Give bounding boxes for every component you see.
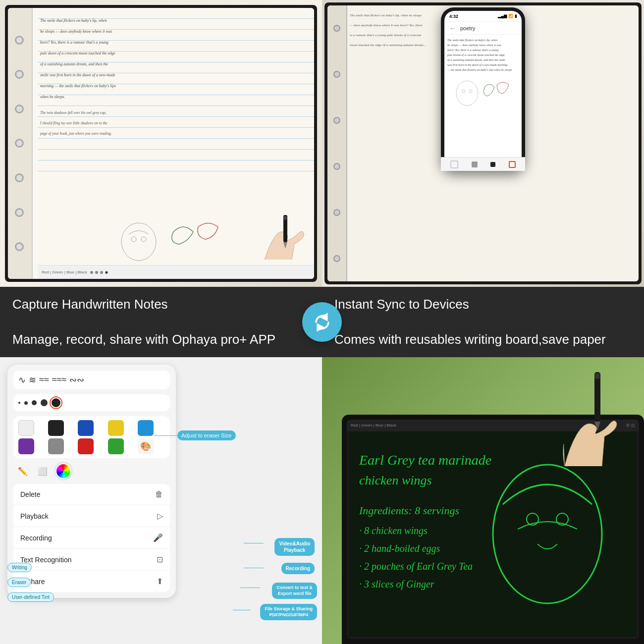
brush-strokes-row: ∿ ≋ ≈≈ ≈≈≈ ∾∾ xyxy=(13,371,170,389)
svg-text:· 3 slices of Ginger: · 3 slices of Ginger xyxy=(359,579,434,590)
signal-icon: ▂▄▆ xyxy=(498,14,507,18)
color-green[interactable] xyxy=(108,438,124,454)
color-blue-dark[interactable] xyxy=(78,420,94,436)
color-black[interactable] xyxy=(48,420,64,436)
brush-1[interactable]: ∿ xyxy=(18,375,26,385)
eraser-callout-line xyxy=(154,435,177,436)
svg-point-1 xyxy=(131,237,136,242)
phone-note-content: The smile that flickers on baby's lip, w… xyxy=(444,35,522,75)
color-grid: 🎨 xyxy=(13,416,170,458)
handwriting-content: The smile that flickers on baby's lip, w… xyxy=(40,15,309,139)
bg-spine xyxy=(327,5,347,281)
svg-point-7 xyxy=(462,90,465,93)
pen-hand-illustration xyxy=(245,210,309,262)
status-bar: 4:32 ▂▄▆ 📶 ▮ xyxy=(444,11,522,22)
size-dot-4[interactable] xyxy=(41,399,48,406)
size-dot-2[interactable] xyxy=(24,401,28,405)
user-tint-callout: User-defined Tint xyxy=(7,592,54,602)
time-display: 4:32 xyxy=(449,14,458,19)
pen-tool-icon[interactable]: ✏️ xyxy=(16,464,30,478)
battery-icon: ▮ xyxy=(515,14,517,18)
size-row xyxy=(13,394,170,411)
svg-point-6 xyxy=(456,81,478,106)
svg-text:Earl Grey tea marinade: Earl Grey tea marinade xyxy=(359,452,491,468)
svg-point-8 xyxy=(469,90,472,93)
brush-3[interactable]: ≈≈ xyxy=(39,375,49,385)
board-image-area: Red | Green | Blue | Black ⊡ ◫ Earl Grey… xyxy=(322,357,644,644)
svg-rect-19 xyxy=(594,372,600,422)
app-image-area: ∿ ≋ ≈≈ ≈≈≈ ∾∾ xyxy=(0,357,322,644)
color-wheel[interactable] xyxy=(55,463,71,479)
video-audio-callout: Video&AudioPlayback xyxy=(274,538,315,556)
writing-callout: Writing xyxy=(7,563,32,572)
color-purple[interactable] xyxy=(18,438,34,454)
board-colors-text: Red | Green | Blue | Black xyxy=(351,423,396,428)
app-name: poetry xyxy=(460,25,476,31)
sync-label-text: Instant Sync to Devices xyxy=(334,297,469,312)
capture-label: Capture Handwritten Notes xyxy=(0,287,322,322)
app-header: ← poetry xyxy=(444,22,522,35)
brush-2[interactable]: ≋ xyxy=(29,375,36,385)
ring-spine xyxy=(8,8,33,279)
svg-point-11 xyxy=(493,465,602,603)
toolbar-text: Red | Green | Blue | Black xyxy=(42,270,87,274)
recording-callout-line xyxy=(244,568,264,568)
svg-rect-5 xyxy=(284,216,287,220)
delete-icon: 🗑 xyxy=(155,490,163,499)
video-callout-line xyxy=(244,543,264,543)
eraser-size-text: Adjust to eraser Size xyxy=(181,432,232,438)
phone-mockup: 4:32 ▂▄▆ 📶 ▮ ← poetry The smi xyxy=(441,7,525,171)
brush-4[interactable]: ≈≈≈ xyxy=(52,375,67,385)
custom-color-icon[interactable]: 🎨 xyxy=(138,438,154,454)
menu-text-recognition[interactable]: Text Recognition ⊡ xyxy=(13,549,170,571)
file-storage-callout: File Storage & SharingPDF/PNG/GIF/MP4 xyxy=(260,604,317,620)
menu-playback[interactable]: Playback ▷ xyxy=(13,505,170,527)
quadrant-sync: The smile that flickers on baby's lip, w… xyxy=(322,0,644,322)
text-recognition-label: Text Recognition xyxy=(20,556,72,564)
eraser-tool-icon[interactable]: ⬜ xyxy=(36,464,50,478)
color-red[interactable] xyxy=(78,438,94,454)
convert-callout: Convert to text &Export word file xyxy=(272,583,317,599)
recording-callout: Recording xyxy=(281,563,315,574)
size-dot-1[interactable] xyxy=(18,402,20,404)
svg-text:chicken wings: chicken wings xyxy=(359,473,432,487)
wifi-icon: 📶 xyxy=(508,14,513,18)
toolbar-square-4[interactable] xyxy=(509,161,516,168)
quadrant-app: Manage, record, share with Ophaya pro+ A… xyxy=(0,322,322,644)
menu-recording[interactable]: Recording 🎤 xyxy=(13,527,170,549)
capture-label-text: Capture Handwritten Notes xyxy=(12,297,168,312)
svg-point-2 xyxy=(141,237,146,242)
notebook-pages: The smile that flickers on baby's lip, w… xyxy=(8,8,314,279)
share-icon: ⬆ xyxy=(157,577,163,586)
hand-stylus xyxy=(525,367,644,466)
quadrant-board: Comes with reusables writing board,save … xyxy=(322,322,644,644)
back-icon[interactable]: ← xyxy=(449,24,456,32)
toolbar-dots xyxy=(90,271,108,274)
size-dot-3[interactable] xyxy=(32,400,37,405)
status-icons: ▂▄▆ 📶 ▮ xyxy=(498,14,517,18)
toolbar-square-3[interactable] xyxy=(490,162,495,167)
color-gray[interactable] xyxy=(48,438,64,454)
phone-sketch xyxy=(444,75,522,111)
toolbar-square-2[interactable] xyxy=(472,161,478,167)
phone-toolbar xyxy=(444,157,522,167)
color-yellow[interactable] xyxy=(108,420,124,436)
board-label: Comes with reusables writing board,save … xyxy=(322,322,644,357)
size-dot-5-selected[interactable] xyxy=(52,398,60,407)
color-blue-light[interactable] xyxy=(138,420,154,436)
text-recognition-icon: ⊡ xyxy=(157,555,163,564)
color-white[interactable] xyxy=(18,420,34,436)
center-sync-icon xyxy=(302,302,342,342)
app-label-text: Manage, record, share with Ophaya pro+ A… xyxy=(12,332,275,347)
menu-delete[interactable]: Delete 🗑 xyxy=(13,484,170,505)
eraser-size-callout: Adjust to eraser Size xyxy=(177,430,236,440)
board-label-text: Comes with reusables writing board,save … xyxy=(334,332,606,347)
sync-image-area: The smile that flickers on baby's lip, w… xyxy=(322,0,644,287)
toolbar-square-1[interactable] xyxy=(450,161,458,168)
brush-5[interactable]: ∾∾ xyxy=(69,375,84,385)
svg-point-0 xyxy=(121,223,156,261)
menu-list: Delete 🗑 Playback ▷ Recording 🎤 Text Rec… xyxy=(13,484,170,592)
playback-label: Playback xyxy=(20,512,49,520)
recording-label: Recording xyxy=(20,534,52,542)
menu-share[interactable]: > Share ⬆ xyxy=(13,571,170,592)
